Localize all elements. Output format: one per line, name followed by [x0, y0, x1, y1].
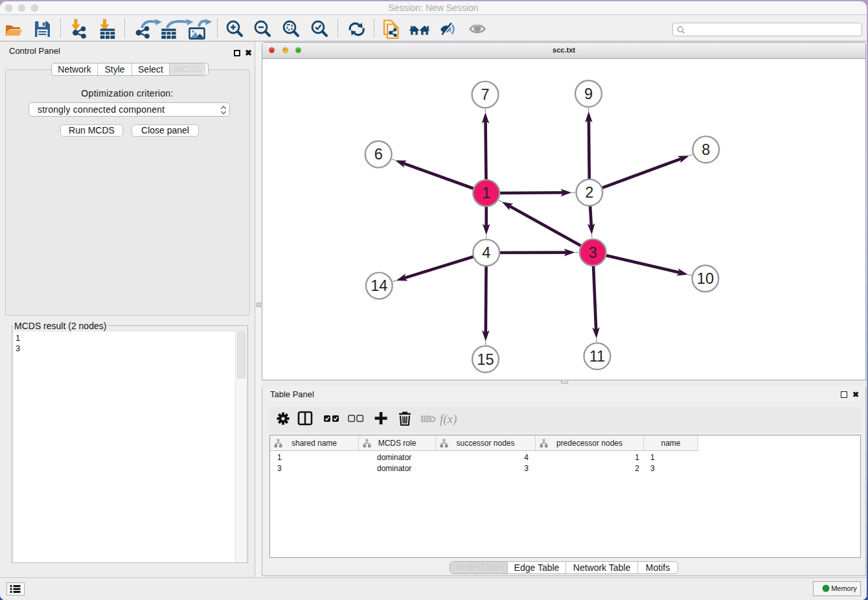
- svg-text:f(x): f(x): [440, 412, 457, 426]
- svg-text:6: 6: [374, 146, 383, 163]
- svg-text:10: 10: [697, 270, 714, 287]
- svg-text:14: 14: [371, 277, 387, 294]
- svg-text:3: 3: [589, 244, 597, 261]
- svg-text:2: 2: [585, 184, 593, 201]
- svg-text:9: 9: [584, 86, 593, 102]
- svg-text:15: 15: [477, 351, 494, 368]
- svg-text:11: 11: [589, 348, 605, 365]
- svg-text:1: 1: [482, 185, 490, 202]
- svg-text:7: 7: [481, 86, 489, 103]
- svg-text:8: 8: [702, 141, 710, 158]
- svg-text:4: 4: [482, 244, 490, 261]
